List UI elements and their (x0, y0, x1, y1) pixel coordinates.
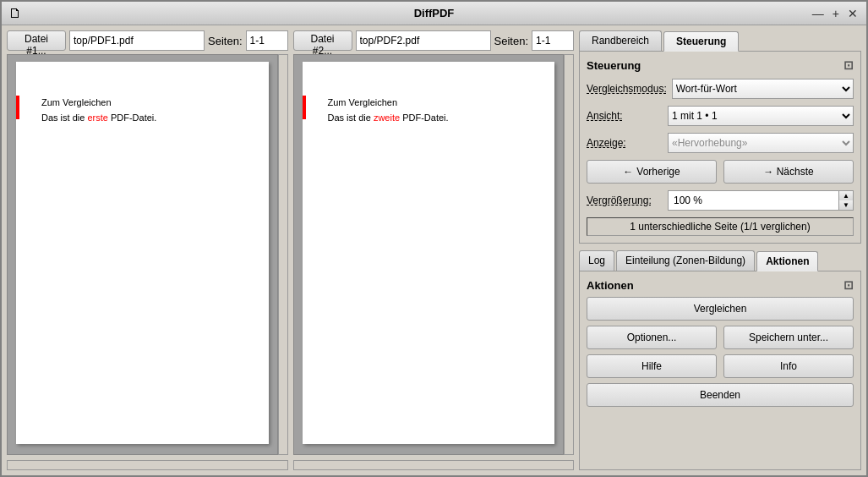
pages1-input[interactable] (246, 30, 288, 51)
steuerung-title: Steuerung ⊡ (587, 58, 854, 72)
vergleichsmodus-select-wrapper: Wort-für-Wort (672, 79, 854, 99)
pdf-views: Zum Vergleichen Das ist die erste PDF-Da… (7, 54, 574, 470)
maximize-button[interactable]: + (831, 7, 841, 20)
app-icon: 🗋 (8, 6, 22, 21)
zoom-spinner: ▲ ▼ (838, 190, 854, 211)
hilfe-info-row: Hilfe Info (587, 354, 854, 378)
file1-path[interactable] (69, 30, 205, 51)
window-title: DiffPDF (414, 7, 455, 19)
steuerung-title-text: Steuerung (587, 59, 641, 72)
prev-button[interactable]: ← Vorherige (587, 160, 717, 184)
anzeige-row: Anzeige: «Hervorhebung» (587, 133, 854, 153)
steuerung-panel: Steuerung ⊡ Vergleichsmodus: Wort-für-Wo… (579, 52, 861, 244)
pdf1-line2: Das ist die erste PDF-Datei. (41, 111, 156, 126)
pdf1-text-before: Das ist die (41, 112, 87, 123)
pdf2-canvas[interactable]: Zum Vergleichen Das ist die zweite PDF-D… (293, 54, 565, 455)
ansicht-select[interactable]: 1 mit 1 • 1 (668, 106, 854, 126)
pdf2-line2: Das ist die zweite PDF-Datei. (328, 111, 449, 126)
top-tab-bar: Randbereich Steuerung (579, 30, 861, 52)
pdf2-scrollbar-v[interactable] (564, 54, 574, 455)
aktionen-icon: ⊡ (843, 278, 854, 292)
pdf1-canvas[interactable]: Zum Vergleichen Das ist die erste PDF-Da… (7, 54, 278, 455)
zoom-down-button[interactable]: ▼ (839, 200, 853, 210)
file2-path[interactable] (356, 30, 491, 51)
zoom-input-wrapper: ▲ ▼ (668, 190, 854, 211)
tab-steuerung-label: Steuerung (676, 36, 726, 47)
vergleichen-button[interactable]: Vergleichen (587, 297, 854, 321)
tab-einteilung[interactable]: Einteilung (Zonen-Bildung) (616, 250, 755, 271)
hilfe-button[interactable]: Hilfe (587, 354, 717, 378)
pdf-panels: Datei #1... Seiten: Datei #2... Seiten: (2, 25, 579, 475)
pdf-headers: Datei #1... Seiten: Datei #2... Seiten: (7, 30, 574, 51)
tab-randbereich-label: Randbereich (592, 35, 649, 47)
vergleichsmodus-select[interactable]: Wort-für-Wort (672, 79, 854, 99)
next-button-label: → Nächste (763, 166, 813, 178)
pdf2-line1: Zum Vergleichen (328, 96, 449, 111)
status-text: 1 unterschiedliche Seite (1/1 verglichen… (630, 221, 810, 233)
pdf1-marker (16, 96, 19, 119)
tab-aktionen[interactable]: Aktionen (756, 251, 818, 271)
next-button[interactable]: → Nächste (723, 160, 854, 184)
pdf2-red-word: zweite (374, 112, 400, 123)
zoom-up-button[interactable]: ▲ (839, 191, 853, 200)
pdf2-page: Zum Vergleichen Das ist die zweite PDF-D… (303, 62, 555, 444)
pdf1-scrollbar-v[interactable] (278, 54, 288, 455)
vergleichsmodus-row: Vergleichsmodus: Wort-für-Wort (587, 79, 854, 99)
steuerung-icon: ⊡ (843, 58, 854, 72)
window-controls: — + ✕ (811, 7, 860, 20)
nav-buttons: ← Vorherige → Nächste (587, 160, 854, 184)
pdf1-red-word: erste (87, 112, 107, 123)
pdf2-scrollbar-h[interactable] (293, 460, 575, 470)
pdf1-text: Zum Vergleichen Das ist die erste PDF-Da… (41, 96, 156, 125)
ansicht-row: Ansicht: 1 mit 1 • 1 (587, 106, 854, 126)
minimize-button[interactable]: — (811, 7, 826, 20)
pdf1-text-after: PDF-Datei. (108, 112, 156, 123)
zoom-label: Vergrößerung: (587, 195, 663, 206)
tab-log-label: Log (588, 255, 605, 266)
pdf1-header: Datei #1... Seiten: (7, 30, 288, 51)
tab-log[interactable]: Log (579, 250, 614, 271)
main-content: Datei #1... Seiten: Datei #2... Seiten: (2, 25, 866, 475)
aktionen-title: Aktionen ⊡ (587, 278, 854, 292)
ansicht-label: Ansicht: (587, 110, 663, 122)
right-panel: Randbereich Steuerung Steuerung ⊡ Vergle… (579, 25, 866, 475)
pdf1-view-container: Zum Vergleichen Das ist die erste PDF-Da… (7, 54, 288, 470)
pages2-label: Seiten: (494, 35, 528, 47)
anzeige-select-wrapper: «Hervorhebung» (668, 133, 854, 153)
tab-steuerung[interactable]: Steuerung (663, 31, 739, 52)
spacer (579, 244, 861, 247)
pdf1-scrollbar-h[interactable] (7, 460, 288, 470)
aktionen-panel: Aktionen ⊡ Vergleichen Optionen... Speic… (579, 271, 861, 470)
close-button[interactable]: ✕ (846, 7, 860, 20)
beenden-button[interactable]: Beenden (587, 383, 854, 407)
prev-button-label: Vorherige (636, 166, 680, 178)
tab-aktionen-label: Aktionen (766, 255, 809, 267)
info-button[interactable]: Info (723, 354, 854, 378)
aktionen-title-text: Aktionen (587, 279, 634, 292)
pdf2-text: Zum Vergleichen Das ist die zweite PDF-D… (328, 96, 449, 125)
pdf1-scroll-area: Zum Vergleichen Das ist die erste PDF-Da… (7, 54, 288, 455)
tab-randbereich[interactable]: Randbereich (579, 30, 662, 51)
pdf2-marker (303, 96, 306, 119)
optionen-button[interactable]: Optionen... (587, 326, 717, 349)
pdf1-page: Zum Vergleichen Das ist die erste PDF-Da… (16, 62, 269, 444)
ansicht-select-wrapper: 1 mit 1 • 1 (668, 106, 854, 126)
speichern-button[interactable]: Speichern unter... (723, 326, 854, 349)
zoom-input[interactable] (668, 190, 838, 211)
anzeige-label: Anzeige: (587, 137, 663, 149)
vergleichsmodus-label: Vergleichsmodus: (587, 83, 667, 95)
titlebar: 🗋 DiffPDF — + ✕ (2, 2, 866, 25)
status-bar: 1 unterschiedliche Seite (1/1 verglichen… (587, 217, 854, 236)
pdf2-scroll-area: Zum Vergleichen Das ist die zweite PDF-D… (293, 54, 575, 455)
file1-button[interactable]: Datei #1... (7, 30, 66, 51)
pdf1-line1: Zum Vergleichen (41, 96, 156, 111)
prev-arrow-icon: ← (623, 166, 633, 178)
pdf2-text-after: PDF-Datei. (400, 112, 448, 123)
main-window: 🗋 DiffPDF — + ✕ Datei #1... Seiten: (0, 0, 868, 477)
pdf2-view-container: Zum Vergleichen Das ist die zweite PDF-D… (293, 54, 575, 470)
pdf2-header: Datei #2... Seiten: (293, 30, 575, 51)
pages1-label: Seiten: (208, 35, 242, 47)
file2-button[interactable]: Datei #2... (293, 30, 352, 51)
pages2-input[interactable] (532, 30, 574, 51)
anzeige-select[interactable]: «Hervorhebung» (668, 133, 854, 153)
